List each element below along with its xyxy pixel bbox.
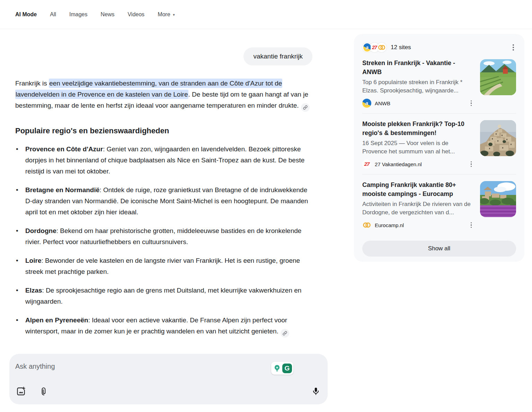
bullet-label: Elzas [25,287,42,294]
list-item: Provence en Côte d'Azur: Geniet van zon,… [15,144,312,177]
add-image-icon[interactable] [15,386,26,397]
result-snippet: Top 6 populairste streken in Frankrijk *… [362,78,474,95]
eurocamp-favicon [377,43,387,52]
result-text-block: Mooiste plekken Frankrijk? Top-10 regio'… [362,119,474,169]
bullet-label: Alpen en Pyreneeën [25,316,88,324]
result-thumbnail-hilltop-village[interactable] [480,120,516,156]
result-title: Streken in Frankrijk - Vakantie - ANWB [362,59,474,77]
chevron-down-icon: ▼ [172,13,176,17]
anwb-letter: a [366,44,369,50]
tab-more[interactable]: More ▼ [158,11,175,18]
tab-more-label: More [158,11,170,18]
bullet-label: Bretagne en Normandië [25,186,99,194]
source-name: 27 Vakantiedagen.nl [375,161,422,167]
bullet-label: Provence en Côte d'Azur [25,145,103,153]
favicon-stack: a 27 [362,43,387,52]
regions-bullet-list: Provence en Côte d'Azur: Geniet van zon,… [15,144,312,338]
list-item: Dordogne: Bekend om haar prehistorische … [15,225,312,248]
intro-prefix: Frankrijk is [15,80,49,87]
sites-panel: a 27 12 sites Streken in Frankrijk - Vak… [354,34,524,262]
bullet-label: Dordogne [25,227,56,234]
anwb-favicon: a [362,99,371,108]
section-heading: Populaire regio's en bezienswaardigheden [15,126,312,135]
user-message-row: vakantie frankrijk [15,47,312,65]
list-item: Bretagne en Normandië: Ontdek de ruige, … [15,185,312,218]
composer-left-actions [15,386,50,397]
sites-panel-header: a 27 12 sites [362,42,516,53]
site-result-anwb[interactable]: Streken in Frankrijk - Vakantie - ANWB T… [362,53,516,113]
lightbulb-icon [273,364,282,373]
answer-intro-paragraph: Frankrijk is een veelzijdige vakantiebes… [15,78,312,112]
result-text-block: Streken in Frankrijk - Vakantie - ANWB T… [362,59,474,108]
results-nav-bar: AI Mode All Images News Videos More ▼ [0,0,532,29]
site-result-eurocamp[interactable]: Camping Frankrijk vakantie 80+ mooiste c… [362,174,516,235]
more-options-icon[interactable] [469,221,474,230]
ask-anything-input[interactable] [15,360,223,373]
source-name: ANWB [375,100,390,106]
result-source-row[interactable]: Eurocamp.nl [362,221,474,230]
result-title: Mooiste plekken Frankrijk? Top-10 regio'… [362,119,474,137]
result-thumbnail-lavender[interactable] [480,181,516,217]
ai-answer-column: vakantie frankrijk Frankrijk is een veel… [15,29,312,345]
more-options-icon[interactable] [469,99,474,108]
list-item: Elzas: De sprookjesachtige regio aan de … [15,285,312,307]
bullet-text: : Bewonder de vele kastelen en de langst… [25,257,300,275]
result-snippet: 16 Sept 2025 — Voor velen is de Provence… [362,139,474,156]
show-all-button[interactable]: Show all [362,241,516,257]
list-item: Alpen en Pyreneeën: Ideaal voor een acti… [15,315,312,338]
result-source-row[interactable]: a ANWB [362,99,474,108]
grammarly-extension-chip[interactable]: G [271,362,293,375]
tab-videos[interactable]: Videos [127,11,144,18]
citation-link-icon[interactable] [281,329,289,338]
user-query-bubble: vakantie frankrijk [243,47,312,65]
result-text-block: Camping Frankrijk vakantie 80+ mooiste c… [362,180,474,230]
tab-all[interactable]: All [50,11,56,18]
27-number: 27 [372,45,377,51]
result-thumbnail-vineyard[interactable] [480,59,516,95]
tab-ai-mode[interactable]: AI Mode [15,11,37,18]
result-title: Camping Frankrijk vakantie 80+ mooiste c… [362,180,474,198]
source-name: Eurocamp.nl [375,222,404,228]
bullet-text: : Bekend om haar prehistorische grotten,… [25,227,301,245]
citation-link-icon[interactable] [301,103,310,112]
site-result-27vakantiedagen[interactable]: Mooiste plekken Frankrijk? Top-10 regio'… [362,113,516,174]
tab-news[interactable]: News [100,11,114,18]
grammarly-g-icon: G [282,364,292,373]
eurocamp-favicon [362,221,371,230]
result-source-row[interactable]: 27 27 Vakantiedagen.nl [362,160,474,169]
result-snippet: Activiteiten in Frankrijk De rivieren va… [362,200,474,217]
ask-anything-composer[interactable]: G [9,354,328,404]
sites-count-label: 12 sites [391,44,411,51]
27vakantiedagen-favicon: 27 [362,160,371,169]
nav-tabs: AI Mode All Images News Videos More ▼ [0,11,176,18]
bullet-text: : De sprookjesachtige regio aan de grens… [25,287,301,305]
list-item: Loire: Bewonder de vele kastelen en de l… [15,255,312,277]
microphone-icon[interactable] [310,386,321,397]
more-options-icon[interactable] [511,43,516,52]
more-options-icon[interactable] [469,160,474,169]
bullet-label: Loire [25,257,41,264]
tab-images[interactable]: Images [69,11,87,18]
attachment-paperclip-icon[interactable] [38,386,50,397]
